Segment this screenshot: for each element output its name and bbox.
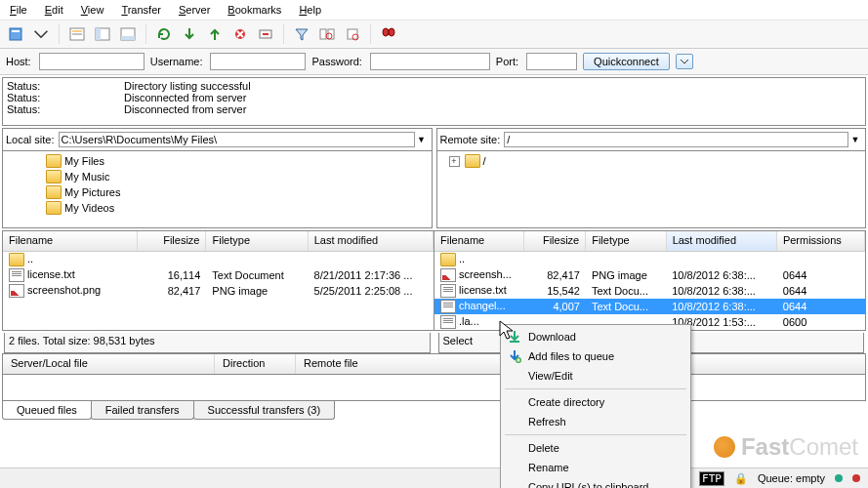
file-row[interactable]: license.txt15,542Text Docu...10/8/2012 6… bbox=[434, 283, 865, 299]
compare-button[interactable] bbox=[315, 22, 339, 46]
queue-col-server[interactable]: Server/Local file bbox=[3, 354, 215, 374]
context-menu-item[interactable]: Copy URL(s) to clipboard bbox=[503, 477, 688, 488]
password-input[interactable] bbox=[370, 53, 490, 70]
tab-failed[interactable]: Failed transfers bbox=[91, 401, 194, 420]
download-icon bbox=[507, 329, 522, 345]
context-menu-item[interactable]: Add files to queue bbox=[503, 346, 688, 366]
toggle-tree-button[interactable] bbox=[91, 22, 114, 46]
add-queue-icon bbox=[507, 348, 522, 364]
queue-list[interactable] bbox=[2, 374, 866, 401]
cancel-button[interactable] bbox=[203, 22, 227, 46]
column-header-filename[interactable]: Filename bbox=[434, 231, 524, 251]
menu-transfer[interactable]: Transfer bbox=[117, 3, 165, 17]
context-menu-item[interactable]: Download bbox=[503, 327, 688, 346]
transfer-tabs: Queued files Failed transfers Successful… bbox=[2, 401, 866, 420]
reconnect-button[interactable] bbox=[254, 22, 277, 46]
password-label: Password: bbox=[311, 56, 361, 67]
toolbar bbox=[0, 20, 868, 49]
tab-queued[interactable]: Queued files bbox=[2, 401, 92, 420]
column-header-lastmodified[interactable]: Last modified bbox=[667, 231, 777, 251]
menu-help[interactable]: Help bbox=[295, 3, 325, 17]
activity-led-green bbox=[835, 474, 843, 482]
port-input[interactable] bbox=[526, 53, 577, 70]
quickconnect-button[interactable]: Quickconnect bbox=[583, 53, 670, 70]
column-header-filetype[interactable]: Filetype bbox=[586, 231, 666, 251]
context-menu-item[interactable]: Refresh bbox=[503, 412, 688, 431]
status-bar: FTP 🔒 Queue: empty bbox=[0, 468, 868, 488]
remote-file-list[interactable]: Filename Filesize Filetype Last modified… bbox=[434, 231, 865, 330]
local-file-list[interactable]: Filename Filesize Filetype Last modified… bbox=[3, 231, 434, 330]
filter-button[interactable] bbox=[290, 22, 313, 46]
find-button[interactable] bbox=[377, 22, 400, 46]
process-queue-button[interactable] bbox=[178, 22, 201, 46]
site-manager-chevron[interactable] bbox=[29, 22, 53, 46]
svg-rect-1 bbox=[12, 30, 20, 32]
svg-rect-0 bbox=[10, 28, 21, 40]
context-menu-item[interactable]: Rename bbox=[503, 458, 688, 477]
tree-node[interactable]: + / bbox=[441, 153, 862, 169]
local-tree[interactable]: My Files My Music My Pictures My Videos bbox=[2, 151, 433, 228]
column-header-filetype[interactable]: Filetype bbox=[206, 231, 308, 251]
png-icon bbox=[440, 268, 456, 282]
folder-icon bbox=[46, 201, 62, 215]
quickconnect-bar: Host: Username: Password: Port: Quickcon… bbox=[0, 49, 868, 75]
sync-browse-button[interactable] bbox=[341, 22, 364, 46]
expand-icon[interactable]: + bbox=[449, 156, 460, 167]
queue-header: Server/Local file Direction Remote file … bbox=[2, 353, 866, 374]
host-input[interactable] bbox=[39, 53, 145, 70]
queue-status: Queue: empty bbox=[758, 472, 825, 484]
context-menu-label: Refresh bbox=[528, 416, 566, 427]
menu-file[interactable]: File bbox=[6, 3, 31, 17]
menu-bookmarks[interactable]: Bookmarks bbox=[224, 3, 285, 17]
toggle-queue-button[interactable] bbox=[116, 22, 140, 46]
quickconnect-history-button[interactable] bbox=[676, 54, 693, 69]
queue-col-remote[interactable]: Remote file bbox=[296, 354, 508, 374]
context-menu-item[interactable]: Delete bbox=[503, 438, 688, 458]
column-header-filesize[interactable]: Filesize bbox=[524, 231, 586, 251]
context-menu-item[interactable]: Create directory bbox=[503, 392, 688, 412]
remote-site-dropdown[interactable]: ▼ bbox=[848, 135, 862, 144]
refresh-button[interactable] bbox=[152, 22, 176, 46]
message-log[interactable]: Status:Directory listing successful Stat… bbox=[2, 77, 866, 126]
tab-successful[interactable]: Successful transfers (3) bbox=[193, 401, 336, 420]
toggle-log-button[interactable] bbox=[65, 22, 89, 46]
context-menu-item[interactable]: View/Edit bbox=[503, 366, 688, 386]
column-header-filesize[interactable]: Filesize bbox=[138, 231, 207, 251]
file-row[interactable]: changel...4,007Text Docu...10/8/2012 6:3… bbox=[434, 299, 865, 314]
menubar: File Edit View Transfer Server Bookmarks… bbox=[0, 0, 868, 20]
file-row[interactable]: .. bbox=[434, 252, 865, 267]
queue-col-direction[interactable]: Direction bbox=[215, 354, 296, 374]
local-site-input[interactable] bbox=[59, 132, 415, 147]
fastcomet-logo-icon bbox=[714, 436, 735, 458]
file-row[interactable]: .. bbox=[3, 252, 434, 267]
folder-icon bbox=[9, 253, 24, 266]
folder-icon bbox=[46, 154, 62, 168]
site-manager-button[interactable] bbox=[4, 22, 27, 46]
file-row[interactable]: license.txt16,114Text Document8/21/2011 … bbox=[3, 267, 434, 283]
menu-view[interactable]: View bbox=[77, 3, 108, 17]
tree-node[interactable]: My Files bbox=[7, 153, 428, 169]
menu-server[interactable]: Server bbox=[175, 3, 214, 17]
svg-point-17 bbox=[389, 28, 394, 36]
username-input[interactable] bbox=[210, 53, 306, 70]
column-header-filename[interactable]: Filename bbox=[3, 231, 138, 251]
context-menu-label: View/Edit bbox=[528, 370, 573, 382]
remote-tree[interactable]: + / bbox=[436, 151, 867, 228]
tree-node[interactable]: My Pictures bbox=[7, 184, 428, 200]
remote-site-input[interactable] bbox=[504, 132, 848, 147]
menu-edit[interactable]: Edit bbox=[41, 3, 67, 17]
file-row[interactable]: screenshot.png82,417PNG image5/25/2011 2… bbox=[3, 283, 434, 299]
tree-node[interactable]: My Videos bbox=[7, 200, 428, 216]
folder-icon bbox=[465, 154, 480, 168]
column-header-lastmodified[interactable]: Last modified bbox=[309, 231, 434, 251]
local-site-dropdown[interactable]: ▼ bbox=[415, 135, 429, 144]
disconnect-button[interactable] bbox=[228, 22, 252, 46]
svg-rect-18 bbox=[510, 341, 519, 343]
column-header-permissions[interactable]: Permissions bbox=[777, 231, 865, 251]
log-status-text: Disconnected from server bbox=[124, 103, 246, 115]
tree-node[interactable]: My Music bbox=[7, 169, 428, 184]
file-row[interactable]: screensh...82,417PNG image10/8/2012 6:38… bbox=[434, 267, 865, 283]
log-status-text: Disconnected from server bbox=[124, 92, 246, 103]
context-menu: DownloadAdd files to queueView/EditCreat… bbox=[500, 324, 691, 488]
log-status-label: Status: bbox=[7, 103, 124, 115]
